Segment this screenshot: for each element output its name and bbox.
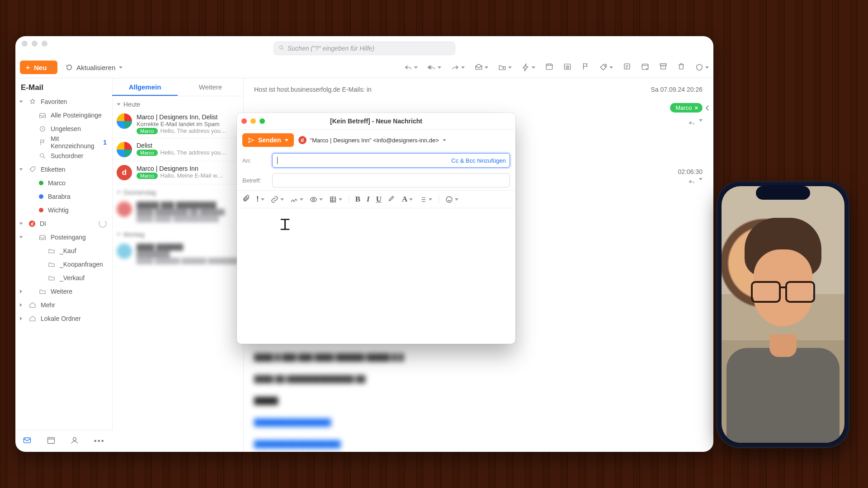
sidebar-item-label: _Kauf <box>60 247 76 254</box>
reply-all-button[interactable] <box>428 63 441 71</box>
list-item[interactable]: Marco | Designers Inn, Delist Korrekte E… <box>112 110 243 138</box>
list-item[interactable]: ████ ██████████████████ ██████ ██████ ██… <box>112 240 243 268</box>
nav-mail-icon[interactable] <box>23 436 32 447</box>
send-later-button[interactable] <box>545 62 553 73</box>
chevron-down-icon[interactable] <box>699 119 703 122</box>
sidebar-folder-koop[interactable]: _Koopanfragen <box>15 258 112 271</box>
sidebar-folder-weitere[interactable]: Weitere <box>15 285 112 298</box>
attachment-button[interactable] <box>242 194 250 204</box>
list-button[interactable] <box>419 196 432 203</box>
message-list-tabs: Allgemein Weitere <box>112 78 243 96</box>
minimize-dot[interactable] <box>32 41 38 47</box>
sidebar-item-label: Alle Posteingänge <box>51 112 102 119</box>
sidebar-item-all-inboxes[interactable]: Alle Posteingänge <box>15 108 112 122</box>
compose-traffic-lights[interactable] <box>241 118 265 124</box>
window-traffic-lights[interactable] <box>22 41 47 47</box>
sidebar-item-label: Lokale Ordner <box>41 315 81 322</box>
nav-contacts-icon[interactable] <box>70 436 79 447</box>
sidebar-item-inbox[interactable]: Posteingang <box>15 230 112 244</box>
subject-field[interactable] <box>272 173 510 188</box>
close-dot[interactable] <box>22 41 28 47</box>
sidebar-item-label: Mehr <box>41 301 55 309</box>
send-button[interactable]: Senden <box>242 133 294 147</box>
delete-button[interactable] <box>677 62 685 73</box>
zoom-icon[interactable] <box>259 118 265 124</box>
nav-calendar-icon[interactable] <box>47 436 56 447</box>
reply-icon[interactable] <box>688 119 695 127</box>
group-header-monday[interactable]: Montag <box>112 226 243 240</box>
group-header-today[interactable]: Heute <box>112 96 243 110</box>
sidebar-label-marco[interactable]: Marco <box>15 176 112 190</box>
list-item[interactable]: Delist MarcoHello, The address you… <box>112 138 243 161</box>
emoji-button[interactable] <box>445 196 458 203</box>
sidebar-label-wichtig[interactable]: Wichtig <box>15 203 112 217</box>
archive-box-button[interactable] <box>659 62 667 73</box>
flag-button[interactable] <box>581 62 590 73</box>
sidebar-labels-header[interactable]: Etiketten <box>15 163 112 176</box>
zoom-dot[interactable] <box>42 41 47 47</box>
new-mail-button[interactable]: ＋ Neu <box>20 61 57 74</box>
from-account-dropdown[interactable]: d "Marco | Designers Inn" <info@designer… <box>298 136 446 144</box>
search-placeholder: Suchen ("?" eingeben für Hilfe) <box>288 45 374 52</box>
archive-button[interactable] <box>475 63 488 71</box>
link-button[interactable] <box>271 196 284 203</box>
forward-button[interactable] <box>451 63 465 71</box>
table-button[interactable] <box>329 196 342 203</box>
list-item[interactable]: d Marco | Designers Inn MarcoHallo, Mein… <box>112 161 243 184</box>
compose-titlebar[interactable]: [Kein Betreff] - Neue Nachricht <box>237 113 515 130</box>
minimize-icon[interactable] <box>250 118 256 124</box>
sidebar-item-search-folders[interactable]: Suchordner <box>15 149 112 163</box>
bold-button[interactable]: B <box>355 195 360 204</box>
sidebar-item-flagged[interactable]: Mit Kennzeichnung 1 <box>15 136 112 149</box>
close-icon[interactable]: × <box>694 104 698 111</box>
group-header-thursday[interactable]: Donnerstag <box>112 184 243 198</box>
sidebar-item-unread[interactable]: Ungelesen <box>15 122 112 136</box>
nav-more-icon[interactable]: ••• <box>94 436 105 446</box>
quick-action-button[interactable] <box>522 63 535 71</box>
priority-button[interactable]: ! <box>256 195 264 204</box>
signature-button[interactable] <box>290 196 303 203</box>
reply-button[interactable] <box>404 63 418 71</box>
italic-button[interactable]: I <box>367 195 370 204</box>
task-list-button[interactable] <box>623 62 631 73</box>
highlight-button[interactable] <box>388 194 396 204</box>
compose-body-editor[interactable]: Ꮖ <box>237 208 515 344</box>
label-chip-marco[interactable]: Marco× <box>670 103 703 113</box>
sidebar-more[interactable]: Mehr <box>15 298 112 312</box>
reply-icon[interactable] <box>688 178 695 185</box>
plus-icon: ＋ <box>24 63 31 72</box>
sidebar-label-barbara[interactable]: Barabra <box>15 190 112 203</box>
tab-general[interactable]: Allgemein <box>112 78 178 96</box>
subject-label: Betreff: <box>242 177 268 184</box>
underline-button[interactable]: U <box>376 195 382 204</box>
font-button[interactable]: A <box>402 195 413 204</box>
chevron-down-icon[interactable] <box>285 139 288 141</box>
sidebar-local-folders[interactable]: Lokale Ordner <box>15 312 112 325</box>
chevron-down-icon[interactable] <box>119 66 123 69</box>
list-item[interactable]: █████ ███ █████████████ ████████ ██ ████… <box>112 198 243 226</box>
snooze-button[interactable] <box>563 62 571 73</box>
move-to-folder-button[interactable] <box>498 63 512 71</box>
chevron-down-icon <box>438 66 441 69</box>
mail-preview: Hallo, Meine E-Mail w… <box>160 172 223 179</box>
sidebar-folder-kauf[interactable]: _Kauf <box>15 244 112 258</box>
chevron-down-icon <box>19 101 23 103</box>
to-label: An: <box>242 157 268 164</box>
close-icon[interactable] <box>241 118 247 124</box>
refresh-button[interactable]: Aktualisieren <box>66 64 123 71</box>
add-cc-bcc-link[interactable]: Cc & Bcc hinzufügen <box>451 157 506 164</box>
add-to-calendar-button[interactable] <box>641 62 649 73</box>
sidebar-favorites-header[interactable]: Favoriten <box>15 95 112 108</box>
tracking-button[interactable] <box>310 196 323 203</box>
sidebar-account-di[interactable]: d DI <box>15 217 112 230</box>
chevron-down-icon[interactable] <box>699 178 703 180</box>
chevron-down-icon[interactable] <box>49 66 53 69</box>
to-field[interactable]: Cc & Bcc hinzufügen <box>272 153 510 168</box>
chevron-left-icon[interactable] <box>703 104 712 112</box>
junk-button[interactable] <box>695 63 709 71</box>
tag-button[interactable] <box>599 63 613 71</box>
tab-other[interactable]: Weitere <box>178 78 243 96</box>
sidebar-folder-verkauf[interactable]: _Verkauf <box>15 271 112 285</box>
folder-icon <box>39 288 46 295</box>
global-search-input[interactable]: Suchen ("?" eingeben für Hilfe) <box>274 42 455 55</box>
